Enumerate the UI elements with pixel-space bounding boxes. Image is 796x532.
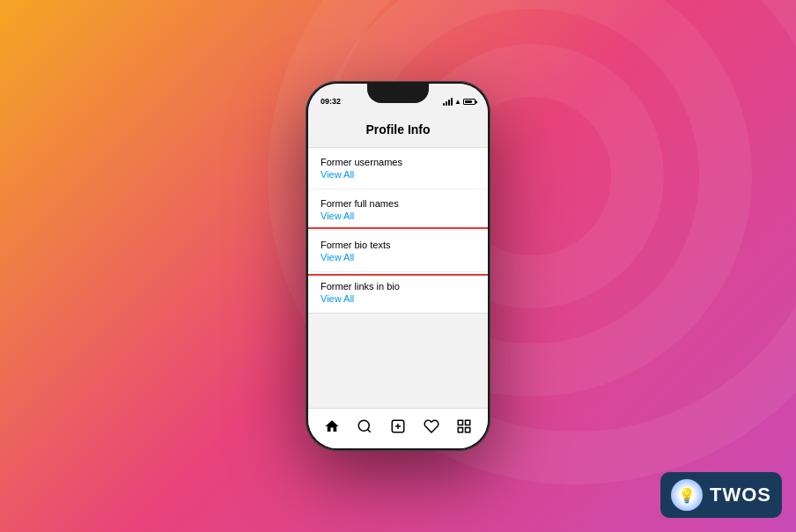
bottom-nav bbox=[308, 408, 488, 448]
signal-icon bbox=[443, 98, 453, 106]
battery-icon bbox=[463, 99, 475, 105]
add-nav-icon[interactable] bbox=[386, 414, 410, 439]
twos-logo-icon: 💡 bbox=[671, 479, 703, 511]
search-nav-icon[interactable] bbox=[352, 414, 377, 439]
svg-rect-8 bbox=[466, 427, 470, 432]
phone-screen: 09:32 ▲ Profile Info bbox=[308, 84, 488, 448]
screen-content: Profile Info Former usernames View All F… bbox=[308, 108, 488, 408]
profile-item-fullnames: Former full names View All bbox=[308, 189, 488, 231]
svg-rect-5 bbox=[458, 420, 462, 425]
former-fullnames-link[interactable]: View All bbox=[321, 211, 475, 221]
page-title-section: Profile Info bbox=[308, 115, 488, 147]
page-title: Profile Info bbox=[308, 122, 488, 137]
svg-rect-7 bbox=[458, 427, 462, 432]
svg-point-0 bbox=[359, 420, 370, 431]
profile-item-biotexts: Former bio texts View All bbox=[308, 231, 488, 272]
former-usernames-label: Former usernames bbox=[321, 157, 475, 167]
former-biotexts-link[interactable]: View All bbox=[321, 252, 475, 262]
heart-nav-icon[interactable] bbox=[419, 414, 444, 439]
phone-notch bbox=[367, 84, 429, 103]
status-icons: ▲ bbox=[443, 98, 475, 106]
former-fullnames-label: Former full names bbox=[321, 198, 475, 209]
twos-watermark: 💡 TWOS bbox=[660, 472, 782, 518]
twos-label: TWOS bbox=[710, 484, 771, 506]
grid-nav-icon[interactable] bbox=[452, 414, 476, 439]
svg-rect-6 bbox=[466, 420, 470, 425]
profile-list: Former usernames View All Former full na… bbox=[308, 147, 488, 314]
former-biolinks-label: Former links in bio bbox=[321, 281, 475, 292]
wifi-icon: ▲ bbox=[454, 98, 461, 106]
home-nav-icon[interactable] bbox=[320, 414, 344, 439]
former-biotexts-label: Former bio texts bbox=[321, 240, 475, 250]
phone-frame: 09:32 ▲ Profile Info bbox=[306, 81, 490, 451]
status-time: 09:32 bbox=[321, 97, 341, 106]
profile-item-biolinks: Former links in bio View All bbox=[308, 272, 488, 313]
profile-item-usernames: Former usernames View All bbox=[308, 148, 488, 189]
former-biolinks-link[interactable]: View All bbox=[321, 293, 475, 304]
former-usernames-link[interactable]: View All bbox=[321, 169, 475, 180]
svg-line-1 bbox=[368, 429, 371, 432]
